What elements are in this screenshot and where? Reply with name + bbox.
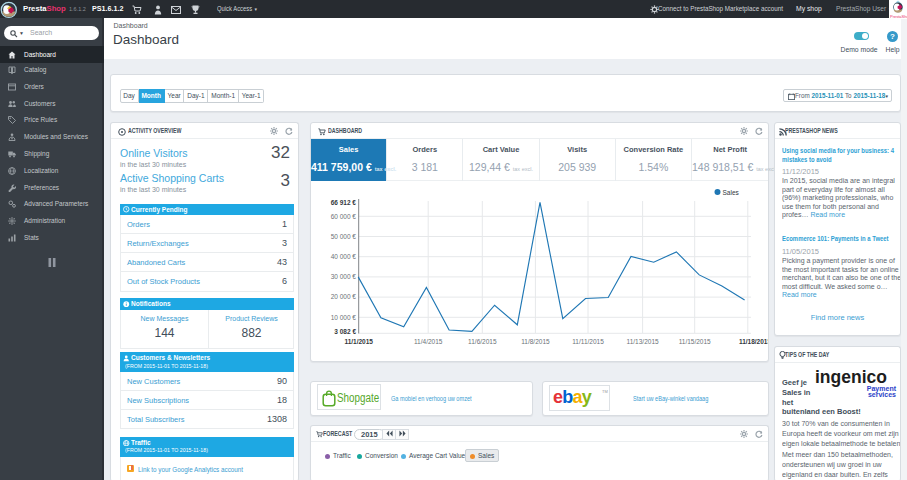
svg-text:3 082 €: 3 082 €	[334, 328, 356, 335]
svg-text:66 912 €: 66 912 €	[331, 199, 357, 206]
svg-text:11/4/2015: 11/4/2015	[414, 338, 443, 345]
svg-text:11/8/2015: 11/8/2015	[521, 338, 550, 345]
svg-text:11/13/2015: 11/13/2015	[627, 338, 659, 345]
svg-text:60 000 €: 60 000 €	[331, 213, 357, 220]
svg-text:Sales: Sales	[723, 189, 740, 196]
svg-text:11/11/2015: 11/11/2015	[572, 338, 604, 345]
svg-text:11/15/2015: 11/15/2015	[679, 338, 711, 345]
svg-text:11/6/2015: 11/6/2015	[468, 338, 497, 345]
svg-text:50 000 €: 50 000 €	[331, 233, 357, 240]
svg-text:11/18/2015: 11/18/2015	[739, 338, 768, 345]
svg-text:40 000 €: 40 000 €	[331, 253, 357, 260]
svg-text:11/1/2015: 11/1/2015	[344, 338, 373, 345]
svg-text:20 000 €: 20 000 €	[331, 293, 357, 300]
svg-text:10 000 €: 10 000 €	[331, 314, 357, 321]
svg-text:30 000 €: 30 000 €	[331, 273, 357, 280]
